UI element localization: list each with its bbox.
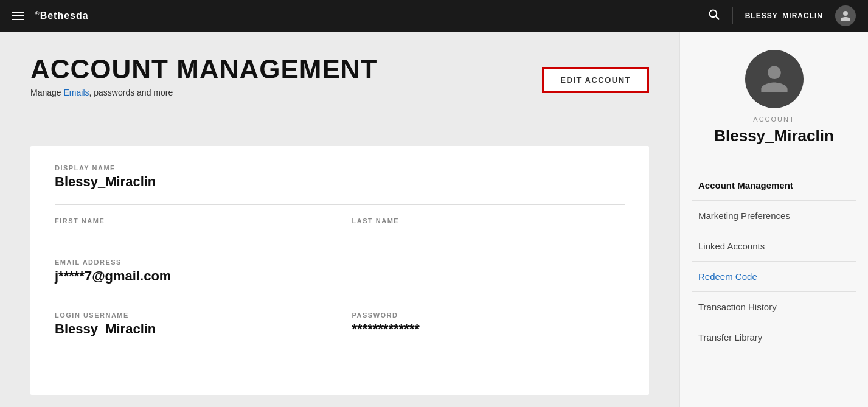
password-field: PASSWORD ************* bbox=[352, 311, 625, 337]
user-avatar[interactable] bbox=[835, 5, 856, 26]
field-divider bbox=[55, 204, 625, 205]
last-name-value bbox=[352, 227, 625, 244]
brand-logo: ®Bethesda bbox=[35, 10, 89, 21]
topnav-username: BLESSY_MIRACLIN bbox=[745, 12, 823, 20]
display-name-label: DISPLAY NAME bbox=[55, 164, 625, 172]
account-card: DISPLAY NAME Blessy_Miraclin FIRST NAME … bbox=[30, 146, 649, 395]
last-name-field: LAST NAME bbox=[352, 217, 625, 244]
email-label: EMAIL ADDRESS bbox=[55, 259, 625, 266]
display-name-field: DISPLAY NAME Blessy_Miraclin bbox=[55, 164, 625, 190]
sidebar-divider bbox=[680, 164, 868, 164]
sidebar-account-label: ACCOUNT bbox=[753, 116, 794, 123]
top-navigation: ®Bethesda BLESSY_MIRACLIN bbox=[0, 0, 868, 32]
main-content: ACCOUNT MANAGEMENT Manage Emails, passwo… bbox=[0, 32, 679, 407]
edit-account-button[interactable]: EDIT ACCOUNT bbox=[542, 67, 649, 93]
login-username-label: LOGIN USERNAME bbox=[55, 311, 328, 319]
page-layout: ACCOUNT MANAGEMENT Manage Emails, passwo… bbox=[0, 32, 868, 407]
sidebar-item-transfer-library[interactable]: Transfer Library bbox=[692, 322, 856, 352]
svg-point-0 bbox=[709, 10, 717, 17]
sidebar-item-linked-accounts[interactable]: Linked Accounts bbox=[692, 231, 856, 262]
email-field: EMAIL ADDRESS j*****7@gmail.com bbox=[55, 259, 625, 284]
credentials-row: LOGIN USERNAME Blessy_Miraclin PASSWORD … bbox=[55, 311, 625, 352]
search-icon[interactable] bbox=[708, 9, 720, 24]
topnav-left: ®Bethesda bbox=[12, 10, 89, 21]
nav-divider bbox=[732, 7, 733, 24]
sidebar-item-redeem-code[interactable]: Redeem Code bbox=[692, 262, 856, 292]
topnav-right: BLESSY_MIRACLIN bbox=[708, 5, 856, 26]
hamburger-menu-icon[interactable] bbox=[12, 12, 24, 20]
password-label: PASSWORD bbox=[352, 311, 625, 319]
first-name-label: FIRST NAME bbox=[55, 217, 328, 224]
sidebar-item-transaction-history[interactable]: Transaction History bbox=[692, 292, 856, 322]
emails-link[interactable]: Emails bbox=[63, 88, 89, 97]
last-name-label: LAST NAME bbox=[352, 217, 625, 224]
login-username-field: LOGIN USERNAME Blessy_Miraclin bbox=[55, 311, 328, 337]
first-name-value bbox=[55, 227, 328, 244]
svg-line-1 bbox=[716, 16, 719, 19]
field-divider-2 bbox=[55, 299, 625, 299]
display-name-value: Blessy_Miraclin bbox=[55, 174, 625, 190]
sidebar-username: Blessy_Miraclin bbox=[714, 127, 834, 145]
password-value: ************* bbox=[352, 321, 625, 337]
sidebar-item-marketing-preferences[interactable]: Marketing Preferences bbox=[692, 201, 856, 231]
sidebar-nav: Account Management Marketing Preferences… bbox=[680, 170, 868, 352]
login-username-value: Blessy_Miraclin bbox=[55, 321, 328, 337]
sidebar-item-account-management[interactable]: Account Management bbox=[692, 170, 856, 201]
sidebar-avatar bbox=[745, 50, 804, 108]
sidebar: ACCOUNT Blessy_Miraclin Account Manageme… bbox=[679, 32, 868, 407]
field-divider-3 bbox=[55, 364, 625, 364]
name-row: FIRST NAME LAST NAME bbox=[55, 217, 625, 259]
brand-sup: ® bbox=[35, 10, 40, 16]
first-name-field: FIRST NAME bbox=[55, 217, 328, 244]
email-value: j*****7@gmail.com bbox=[55, 268, 625, 284]
